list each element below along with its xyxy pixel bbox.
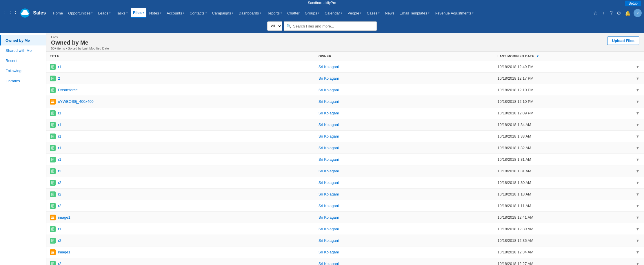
nav-item-cases[interactable]: Cases▾: [364, 8, 382, 18]
nav-item-files[interactable]: Files▾: [131, 8, 146, 18]
nav-item-reports[interactable]: Reports▾: [264, 8, 284, 18]
row-actions-button[interactable]: ▾: [635, 202, 641, 209]
owner-link[interactable]: Sri Kolagani: [319, 192, 339, 196]
owner-link[interactable]: Sri Kolagani: [319, 262, 339, 265]
file-title-link[interactable]: r1: [58, 134, 61, 138]
file-title-link[interactable]: image1: [58, 215, 70, 220]
nav-item-leads[interactable]: Leads▾: [96, 8, 113, 18]
row-actions-button[interactable]: ▾: [635, 156, 641, 163]
file-title-link[interactable]: r2: [58, 238, 61, 243]
row-actions-button[interactable]: ▾: [635, 121, 641, 128]
file-title-link[interactable]: 2: [58, 76, 60, 81]
sidebar-item-libraries[interactable]: Libraries: [0, 76, 46, 86]
row-actions-button[interactable]: ▾: [635, 191, 641, 198]
search-input[interactable]: [293, 24, 374, 28]
doc-file-icon: [50, 203, 56, 209]
sidebar-item-following[interactable]: Following: [0, 66, 46, 76]
nav-item-calendar[interactable]: Calendar▾: [322, 8, 345, 18]
row-actions-button[interactable]: ▾: [635, 260, 641, 265]
row-actions-button[interactable]: ▾: [635, 133, 641, 140]
nav-item-tasks[interactable]: Tasks▾: [114, 8, 130, 18]
row-actions-button[interactable]: ▾: [635, 249, 641, 255]
nav-item-revenue-adjustments[interactable]: Revenue Adjustments▾: [432, 8, 476, 18]
files-table: TITLE OWNER LAST MODIFIED DATE ▼ r1Sri K…: [46, 52, 644, 265]
file-title-link[interactable]: r2: [58, 204, 61, 208]
upload-files-button[interactable]: Upload Files: [607, 36, 639, 45]
owner-link[interactable]: Sri Kolagani: [319, 250, 339, 254]
owner-link[interactable]: Sri Kolagani: [319, 204, 339, 208]
file-title-link[interactable]: r2: [58, 192, 61, 196]
nav-item-dashboards[interactable]: Dashboards▾: [236, 8, 263, 18]
nav-item-groups[interactable]: Groups▾: [303, 8, 322, 18]
favorites-icon[interactable]: ☆: [592, 9, 598, 17]
add-icon[interactable]: ＋: [600, 9, 607, 17]
row-actions-button[interactable]: ▾: [635, 237, 641, 244]
owner-link[interactable]: Sri Kolagani: [319, 157, 339, 162]
owner-link[interactable]: Sri Kolagani: [319, 76, 339, 81]
file-title-link[interactable]: r2: [58, 262, 61, 265]
notifications-icon[interactable]: 🔔: [624, 9, 632, 17]
owner-link[interactable]: Sri Kolagani: [319, 123, 339, 127]
row-actions-button[interactable]: ▾: [635, 63, 641, 70]
nav-item-home[interactable]: Home: [50, 8, 65, 18]
row-actions-button[interactable]: ▾: [635, 75, 641, 82]
file-title-link[interactable]: r1: [58, 227, 61, 231]
setup-button[interactable]: Setup: [625, 1, 641, 6]
sidebar-item-shared-with-me[interactable]: Shared with Me: [0, 45, 46, 56]
row-actions-button[interactable]: ▾: [635, 179, 641, 186]
salesforce-logo[interactable]: [20, 8, 30, 18]
search-scope-select[interactable]: All: [267, 21, 282, 31]
owner-link[interactable]: Sri Kolagani: [319, 227, 339, 231]
owner-link[interactable]: Sri Kolagani: [319, 134, 339, 138]
row-actions-button[interactable]: ▾: [635, 168, 641, 174]
row-actions-button[interactable]: ▾: [635, 98, 641, 105]
file-title-link[interactable]: r2: [58, 169, 61, 173]
modified-date: 10/18/2018 12:10 PM: [494, 96, 631, 107]
nav-item-opportunities[interactable]: Opportunities▾: [66, 8, 95, 18]
row-actions-button[interactable]: ▾: [635, 87, 641, 93]
owner-link[interactable]: Sri Kolagani: [319, 99, 339, 104]
nav-item-notes[interactable]: Notes▾: [147, 8, 164, 18]
top-bar: Sandbox: altifyPro Setup: [0, 0, 644, 6]
row-actions-button[interactable]: ▾: [635, 110, 641, 116]
image-file-icon: [50, 99, 56, 105]
col-header-date[interactable]: LAST MODIFIED DATE ▼: [494, 52, 631, 61]
nav-item-accounts[interactable]: Accounts▾: [164, 8, 187, 18]
file-title-link[interactable]: Dreamforce: [58, 88, 78, 92]
owner-link[interactable]: Sri Kolagani: [319, 238, 339, 243]
owner-link[interactable]: Sri Kolagani: [319, 111, 339, 115]
row-actions-button[interactable]: ▾: [635, 145, 641, 151]
avatar[interactable]: SK: [634, 9, 642, 17]
nav-item-news[interactable]: News: [383, 8, 397, 18]
file-title-link[interactable]: image1: [58, 250, 70, 254]
nav-item-chatter[interactable]: Chatter: [285, 8, 302, 18]
file-title-link[interactable]: r1: [58, 146, 61, 150]
app-name: Sales: [33, 10, 46, 16]
settings-icon[interactable]: ⚙: [616, 9, 622, 17]
nav-right-icons: ☆ ＋ ? ⚙ 🔔 SK: [592, 9, 642, 17]
owner-link[interactable]: Sri Kolagani: [319, 88, 339, 92]
file-title-link[interactable]: r1: [58, 157, 61, 162]
owner-link[interactable]: Sri Kolagani: [319, 169, 339, 173]
file-title-link[interactable]: r2: [58, 180, 61, 185]
sidebar-item-recent[interactable]: Recent: [0, 56, 46, 66]
sidebar-item-owned-by-me[interactable]: Owned by Me: [0, 35, 46, 45]
file-title-link[interactable]: r1: [58, 111, 61, 115]
file-title-link[interactable]: oYWBOS8j_400x400: [58, 99, 94, 104]
file-title-link[interactable]: r1: [58, 65, 61, 69]
nav-item-people[interactable]: People▾: [345, 8, 364, 18]
row-actions-button[interactable]: ▾: [635, 214, 641, 221]
nav-item-contacts[interactable]: Contacts▾: [187, 8, 209, 18]
modified-date: 10/18/2018 12:27 AM: [494, 258, 631, 265]
nav-item-campaigns[interactable]: Campaigns▾: [210, 8, 236, 18]
owner-link[interactable]: Sri Kolagani: [319, 180, 339, 185]
help-icon[interactable]: ?: [609, 9, 614, 17]
row-actions-button[interactable]: ▾: [635, 226, 641, 232]
owner-link[interactable]: Sri Kolagani: [319, 146, 339, 150]
nav-item-email-templates[interactable]: Email Templates▾: [397, 8, 432, 18]
owner-link[interactable]: Sri Kolagani: [319, 65, 339, 69]
sort-icon: ▼: [536, 54, 539, 58]
owner-link[interactable]: Sri Kolagani: [319, 215, 339, 220]
app-grid-icon[interactable]: ⋮⋮⋮: [2, 10, 18, 16]
file-title-link[interactable]: r1: [58, 123, 61, 127]
